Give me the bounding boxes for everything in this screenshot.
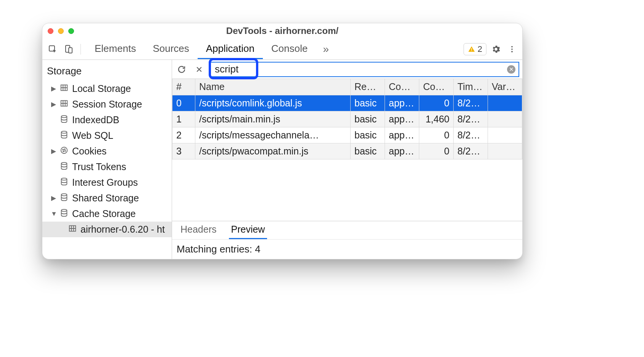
sidebar-section-header: Storage xyxy=(42,64,172,79)
detail-tab-preview[interactable]: Preview xyxy=(229,221,267,239)
table-row[interactable]: 3/scripts/pwacompat.min.jsbasicapp…08/2… xyxy=(172,143,522,159)
sidebar-item-web-sql[interactable]: ▶Web SQL xyxy=(42,128,172,143)
svg-point-12 xyxy=(61,147,68,154)
detail-tab-headers[interactable]: Headers xyxy=(178,221,219,239)
cell: 0 xyxy=(419,127,454,143)
settings-icon[interactable] xyxy=(489,43,502,56)
zoom-window-button[interactable] xyxy=(68,28,74,34)
cell: app… xyxy=(385,111,419,127)
cell: app… xyxy=(385,95,419,111)
svg-point-20 xyxy=(61,209,67,212)
cell xyxy=(488,111,522,127)
sidebar-item-cache-entry[interactable]: airhorner-0.6.20 - ht xyxy=(42,222,172,237)
column-header[interactable]: Res… xyxy=(351,79,385,95)
db-icon xyxy=(60,130,68,141)
chevron-right-icon[interactable]: ▶ xyxy=(51,100,56,108)
svg-point-11 xyxy=(61,131,67,133)
db-icon xyxy=(60,208,68,219)
svg-rect-4 xyxy=(471,50,472,51)
window-title: DevTools - airhorner.com/ xyxy=(42,26,522,36)
db-icon xyxy=(60,193,68,204)
clear-filter-icon[interactable]: ✕ xyxy=(507,65,515,74)
device-toggle-icon[interactable] xyxy=(62,43,75,56)
table-row[interactable]: 1/scripts/main.min.jsbasicapp…1,4608/2… xyxy=(172,111,522,127)
cell: 1 xyxy=(172,111,195,127)
sidebar-item-shared-storage[interactable]: ▶Shared Storage xyxy=(42,190,172,206)
column-header[interactable]: Name xyxy=(195,79,351,95)
sidebar-item-label: Local Storage xyxy=(72,83,131,94)
svg-point-6 xyxy=(511,48,513,50)
traffic-lights xyxy=(48,28,74,34)
kebab-menu-icon[interactable] xyxy=(506,43,518,56)
sidebar-item-label: Interest Groups xyxy=(72,177,138,188)
sidebar-item-session-storage[interactable]: ▶Session Storage xyxy=(42,96,172,112)
sidebar-item-label: IndexedDB xyxy=(72,114,119,125)
devtools-window: DevTools - airhorner.com/ ElementsSource… xyxy=(42,23,523,259)
cell xyxy=(488,143,522,159)
column-header[interactable]: Co… xyxy=(385,79,419,95)
db-icon xyxy=(60,161,68,172)
svg-rect-2 xyxy=(69,48,72,53)
column-header[interactable]: # xyxy=(172,79,195,95)
sidebar-item-label: Trust Tokens xyxy=(72,161,126,172)
table-row[interactable]: 2/scripts/messagechannela…basicapp…08/2… xyxy=(172,127,522,143)
warnings-badge[interactable]: 2 xyxy=(464,43,486,55)
cell: /scripts/main.min.js xyxy=(195,111,351,127)
sidebar-item-cache-storage[interactable]: ▼Cache Storage xyxy=(42,206,172,222)
grid-icon xyxy=(68,224,77,235)
divider xyxy=(80,44,81,55)
cell: 8/2… xyxy=(454,143,488,159)
sidebar-item-indexeddb[interactable]: ▶IndexedDB xyxy=(42,112,172,128)
svg-point-17 xyxy=(61,162,67,165)
cookie-icon xyxy=(60,146,68,157)
inspect-element-icon[interactable] xyxy=(46,43,59,56)
warning-icon xyxy=(468,45,475,53)
cell: /scripts/messagechannela… xyxy=(195,127,351,143)
detail-tabs: HeadersPreview xyxy=(172,221,522,239)
close-window-button[interactable] xyxy=(48,28,53,34)
tab-elements[interactable]: Elements xyxy=(86,39,144,59)
cell: 3 xyxy=(172,143,195,159)
svg-point-15 xyxy=(63,151,64,152)
cell: 0 xyxy=(172,95,195,111)
main-split: Storage ▶Local Storage▶Session Storage▶I… xyxy=(42,60,522,259)
cell: basic xyxy=(351,95,385,111)
db-icon xyxy=(60,114,68,125)
chevron-right-icon[interactable]: ▶ xyxy=(51,147,56,155)
cell: 0 xyxy=(419,95,454,111)
tab-application[interactable]: Application xyxy=(198,39,263,59)
cell: 8/2… xyxy=(454,95,488,111)
delete-selected-icon[interactable] xyxy=(193,63,206,76)
cell: basic xyxy=(351,143,385,159)
cell: app… xyxy=(385,143,419,159)
filter-input-wrapper: ✕ xyxy=(210,62,519,77)
grid-icon xyxy=(60,83,68,94)
sidebar-item-label: Shared Storage xyxy=(72,193,139,204)
sidebar-item-label: Cache Storage xyxy=(72,208,136,219)
chevron-right-icon[interactable]: ▶ xyxy=(51,194,56,202)
tab-console[interactable]: Console xyxy=(263,39,316,59)
table-row[interactable]: 0/scripts/comlink.global.jsbasicapp…08/2… xyxy=(172,95,522,111)
sidebar-item-cookies[interactable]: ▶Cookies xyxy=(42,143,172,159)
chevron-down-icon[interactable]: ▼ xyxy=(51,210,56,218)
filter-input[interactable] xyxy=(211,63,518,76)
sidebar-item-trust-tokens[interactable]: ▶Trust Tokens xyxy=(42,159,172,175)
cache-table-wrapper: #NameRes…Co…Co…Tim…Var… 0/scripts/comlin… xyxy=(172,79,522,221)
grid-icon xyxy=(60,99,68,110)
refresh-icon[interactable] xyxy=(175,63,188,76)
db-icon xyxy=(60,177,68,188)
more-tabs-button[interactable]: » xyxy=(319,43,333,55)
column-header[interactable]: Var… xyxy=(488,79,522,95)
column-header[interactable]: Co… xyxy=(419,79,454,95)
svg-point-10 xyxy=(61,116,67,118)
cache-storage-pane: ✕ #NameRes…Co…Co…Tim…Var… 0/scripts/coml… xyxy=(172,60,522,259)
minimize-window-button[interactable] xyxy=(58,28,64,34)
tab-sources[interactable]: Sources xyxy=(144,39,197,59)
chevron-right-icon[interactable]: ▶ xyxy=(51,85,56,93)
sidebar-item-local-storage[interactable]: ▶Local Storage xyxy=(42,81,172,96)
sidebar-item-interest-groups[interactable]: ▶Interest Groups xyxy=(42,175,172,190)
sidebar-item-label: Cookies xyxy=(72,146,106,157)
cell xyxy=(488,95,522,111)
cell: 8/2… xyxy=(454,111,488,127)
column-header[interactable]: Tim… xyxy=(454,79,488,95)
